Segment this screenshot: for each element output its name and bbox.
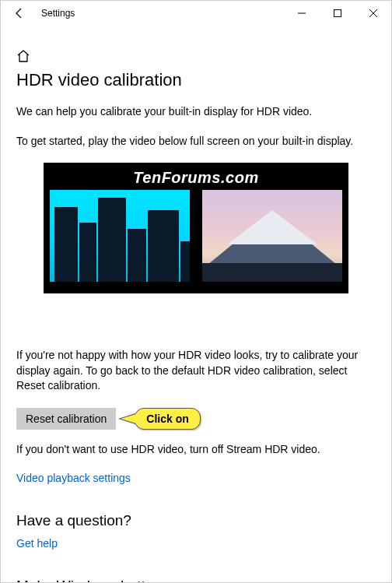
titlebar: Settings (1, 1, 391, 26)
watermark-text: TenForums.com (44, 169, 348, 187)
home-icon[interactable] (16, 49, 376, 65)
question-heading: Have a question? (16, 512, 376, 529)
feedback-heading: Make Windows better (16, 578, 376, 583)
svg-rect-1 (334, 10, 341, 17)
content-area: HDR video calibration We can help you ca… (1, 26, 391, 583)
window-controls (284, 1, 391, 26)
calibration-video[interactable]: TenForums.com (44, 163, 348, 293)
get-help-link[interactable]: Get help (16, 537, 58, 550)
intro-text-2: To get started, play the video below ful… (16, 134, 376, 149)
callout-annotation: Click on (135, 408, 200, 430)
maximize-button[interactable] (320, 1, 355, 26)
video-right-pane (202, 190, 342, 282)
close-button[interactable] (355, 1, 391, 26)
reset-calibration-button[interactable]: Reset calibration (16, 408, 116, 430)
back-button[interactable] (7, 1, 32, 26)
turnoff-help-text: If you don't want to use HDR video, turn… (16, 442, 376, 458)
minimize-button[interactable] (284, 1, 320, 26)
video-playback-settings-link[interactable]: Video playback settings (16, 472, 131, 484)
video-left-pane (50, 190, 190, 282)
page-title: HDR video calibration (16, 70, 376, 90)
window-title: Settings (41, 8, 75, 19)
calibrate-help-text: If you're not happy with how your HDR vi… (16, 348, 376, 394)
intro-text-1: We can help you calibrate your built-in … (16, 104, 376, 120)
